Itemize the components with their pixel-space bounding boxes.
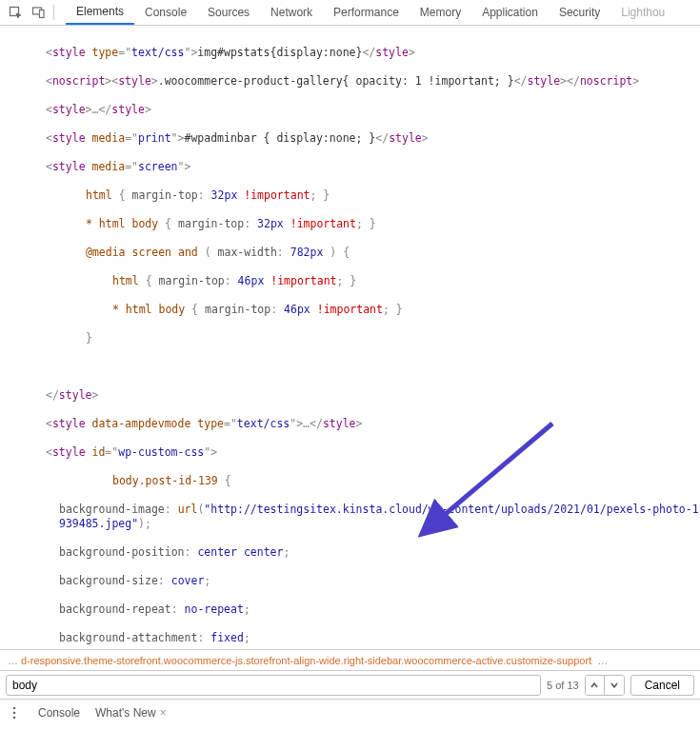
close-icon[interactable]: × [160, 706, 167, 720]
svg-point-6 [13, 716, 16, 719]
tab-lighthouse[interactable]: Lighthou [610, 0, 675, 25]
search-next-button[interactable] [605, 676, 624, 695]
svg-point-4 [13, 706, 16, 709]
drawer-bar: Console What's New× [0, 699, 700, 725]
search-result-count: 5 of 13 [547, 680, 579, 691]
elements-dom-tree[interactable]: <style type="text/css">img#wpstats{displ… [0, 26, 700, 649]
tab-sources[interactable]: Sources [197, 0, 260, 25]
breadcrumb-bar[interactable]: … d-responsive.theme-storefront.woocomme… [0, 649, 700, 670]
devtools-toolbar: Elements Console Sources Network Perform… [0, 0, 700, 26]
inspect-icon[interactable] [4, 1, 27, 24]
tab-elements[interactable]: Elements [66, 0, 134, 25]
devtools-tabs: Elements Console Sources Network Perform… [66, 0, 675, 25]
drawer-tab-whatsnew[interactable]: What's New× [88, 700, 174, 725]
tab-application[interactable]: Application [471, 0, 549, 25]
search-cancel-button[interactable]: Cancel [630, 675, 694, 696]
device-toggle-icon[interactable] [27, 1, 50, 24]
svg-point-5 [13, 711, 16, 714]
drawer-tab-console[interactable]: Console [30, 700, 88, 725]
tab-performance[interactable]: Performance [323, 0, 410, 25]
search-prev-button[interactable] [586, 676, 605, 695]
svg-rect-2 [39, 10, 44, 17]
drawer-menu-icon[interactable] [6, 704, 23, 721]
tab-network[interactable]: Network [260, 0, 323, 25]
search-bar: 5 of 13 Cancel [0, 670, 700, 699]
search-step-buttons [585, 675, 625, 696]
tab-security[interactable]: Security [549, 0, 610, 25]
tab-memory[interactable]: Memory [410, 0, 471, 25]
search-input[interactable] [6, 675, 541, 696]
tab-console[interactable]: Console [134, 0, 197, 25]
